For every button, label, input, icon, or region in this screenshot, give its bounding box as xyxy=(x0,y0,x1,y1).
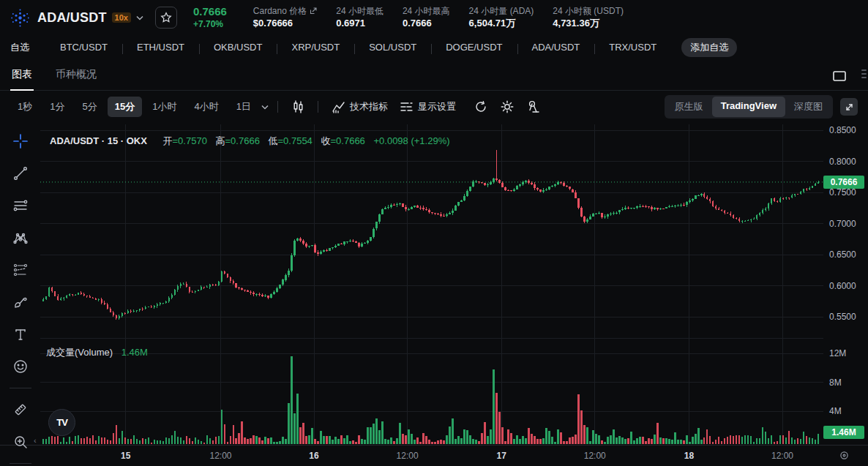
stat-index-price: Cardano 价格 $0.76666 xyxy=(253,5,317,30)
leverage-badge: 10x xyxy=(112,12,131,23)
time-tick-label: 12:00 xyxy=(397,451,419,461)
replay-icon[interactable] xyxy=(469,97,493,117)
last-price: 0.7666 xyxy=(193,5,227,19)
watchlist-pair-btc[interactable]: BTC/USDT xyxy=(45,42,122,53)
page-scrollbar[interactable] xyxy=(861,69,867,78)
interval-1d[interactable]: 1日 xyxy=(229,97,258,117)
candles-layer xyxy=(42,150,820,320)
price-tick-label: 0.6500 xyxy=(829,249,856,260)
candlestick-plot[interactable] xyxy=(0,123,868,466)
time-tick-label: 12:00 xyxy=(209,451,231,461)
watchlist-pair-doge[interactable]: DOGE/USDT xyxy=(431,42,517,53)
interval-more-chevron-icon[interactable] xyxy=(261,105,269,110)
watchlist-pair-xrp[interactable]: XRP/USDT xyxy=(277,42,354,53)
volume-tick-label: 4M xyxy=(829,406,842,416)
volume-legend: 成交量(Volume) 1.46M xyxy=(46,346,148,359)
time-tick-label: 15 xyxy=(121,451,130,461)
volume-tick-label: 8M xyxy=(829,377,842,388)
ohlc-legend: ADA/USDT · 15 · OKX 开=0.7570 高=0.7666 低=… xyxy=(50,135,450,148)
ruler-icon[interactable] xyxy=(10,399,31,421)
mode-depth[interactable]: 深度图 xyxy=(785,97,831,117)
volume-bars-layer xyxy=(42,356,820,444)
add-watchlist-button[interactable]: 添加自选 xyxy=(681,38,737,57)
mode-tradingview[interactable]: TradingView xyxy=(712,97,785,117)
zoom-in-icon[interactable] xyxy=(10,431,31,453)
current-volume-badge: 1.46M xyxy=(823,426,864,439)
toolbar-divider xyxy=(10,463,31,464)
ticker-stats: Cardano 价格 $0.76666 24 小时最低 0.6971 24 小时… xyxy=(253,5,624,30)
projection-icon[interactable] xyxy=(10,259,31,281)
price-axis[interactable]: 0.85000.80000.75000.70000.65000.60000.55… xyxy=(823,123,868,445)
pair-selector[interactable]: ADA/USDT 10x xyxy=(37,10,143,26)
display-settings-button[interactable]: 显示设置 xyxy=(395,97,460,116)
chart-mode-switch: 原生版 TradingView 深度图 xyxy=(665,95,833,119)
pair-title: ADA/USDT xyxy=(37,10,107,26)
price-tick-label: 0.5500 xyxy=(829,312,856,322)
time-tick-label: 18 xyxy=(684,451,694,461)
interval-1m[interactable]: 1分 xyxy=(42,97,72,117)
interval-4h[interactable]: 4小时 xyxy=(187,97,225,117)
volume-tick-label: 12M xyxy=(829,348,846,358)
price-tick-label: 0.7500 xyxy=(829,187,856,198)
stat-24h-high: 24 小时最高 0.7666 xyxy=(403,5,450,30)
time-tick-label: 17 xyxy=(497,451,506,461)
favorite-star-button[interactable] xyxy=(155,7,177,29)
watchlist-pair-okb[interactable]: OKB/USDT xyxy=(199,42,277,53)
watchlist-pair-sol[interactable]: SOL/USDT xyxy=(354,42,431,53)
candle-type-icon[interactable] xyxy=(287,97,309,117)
time-tick-label: 12:00 xyxy=(771,451,793,461)
price-tick-label: 0.7000 xyxy=(829,219,856,229)
interval-1s[interactable]: 1秒 xyxy=(10,97,40,117)
interval-1h[interactable]: 1小时 xyxy=(145,97,184,117)
price-tick-label: 0.8500 xyxy=(829,125,856,135)
text-tool-icon[interactable] xyxy=(10,323,31,345)
scale-icon[interactable] xyxy=(522,97,545,117)
time-tick-label: 12:00 xyxy=(584,451,606,461)
tab-chart[interactable]: 图表 xyxy=(10,61,34,90)
stat-24h-volume-ada: 24 小时量 (ADA) 6,504.71万 xyxy=(469,5,534,30)
watchlist-pair-trx[interactable]: TRX/USDT xyxy=(594,42,671,53)
external-link-icon[interactable] xyxy=(310,7,317,15)
fib-retracement-icon[interactable] xyxy=(10,195,31,217)
xabcd-pattern-icon[interactable] xyxy=(10,227,31,249)
chart-toolbar: 1秒 1分 5分 15分 1小时 4小时 1日 技术指标 显示设置 xyxy=(0,91,868,123)
cardano-logo xyxy=(10,8,30,28)
indicators-icon xyxy=(332,100,345,113)
display-settings-icon xyxy=(400,100,414,113)
gridlines xyxy=(40,124,823,444)
interval-5m[interactable]: 5分 xyxy=(75,97,104,117)
time-axis[interactable]: 1512:001612:001712:001812:00 xyxy=(0,445,868,466)
stat-24h-low: 24 小时最低 0.6971 xyxy=(336,5,384,30)
chevron-down-icon xyxy=(136,15,143,20)
fullscreen-icon[interactable] xyxy=(840,98,858,116)
interval-15m[interactable]: 15分 xyxy=(108,97,142,117)
star-icon xyxy=(160,12,172,23)
toolbar-divider xyxy=(10,388,31,388)
price-tick-label: 0.6000 xyxy=(829,281,856,291)
legend-title: ADA/USDT · 15 · OKX xyxy=(50,135,147,146)
axis-settings-gear-icon[interactable] xyxy=(839,450,850,461)
instrument-header: ADA/USDT 10x 0.7666 +7.70% Cardano 价格 $0… xyxy=(0,0,868,35)
tab-coin-overview[interactable]: 币种概况 xyxy=(54,61,98,90)
watchlist-pair-eth[interactable]: ETH/USDT xyxy=(122,42,199,53)
price-change-pct: +7.70% xyxy=(193,19,227,30)
view-tabs-row: 图表 币种概况 xyxy=(0,59,868,91)
tradingview-logo[interactable]: TV xyxy=(48,409,75,436)
settings-gear-icon[interactable] xyxy=(495,97,519,117)
mode-native[interactable]: 原生版 xyxy=(666,97,712,117)
crosshair-icon[interactable] xyxy=(10,130,31,152)
stat-value: $0.76666 xyxy=(253,17,317,30)
time-tick-label: 16 xyxy=(309,451,318,461)
indicators-button[interactable]: 技术指标 xyxy=(327,97,392,116)
layout-rect-icon[interactable] xyxy=(833,71,846,81)
trend-line-icon[interactable] xyxy=(10,162,31,184)
watchlist-bar: 自选 BTC/USDT ETH/USDT OKB/USDT XRP/USDT S… xyxy=(0,35,868,59)
emoji-icon[interactable] xyxy=(10,356,31,377)
brush-icon[interactable] xyxy=(10,291,31,313)
collapse-toolbar-icon[interactable]: ‹ xyxy=(34,436,37,445)
stat-label: Cardano 价格 xyxy=(253,5,307,17)
stat-24h-volume-usdt: 24 小时额 (USDT) 4,731.36万 xyxy=(553,5,624,30)
chart-region: ‹ ADA/USDT · 15 · OKX 开=0.7570 高=0.7666 … xyxy=(0,123,868,466)
watchlist-my-tab[interactable]: 自选 xyxy=(10,41,29,54)
watchlist-pair-ada[interactable]: ADA/USDT xyxy=(517,42,595,53)
